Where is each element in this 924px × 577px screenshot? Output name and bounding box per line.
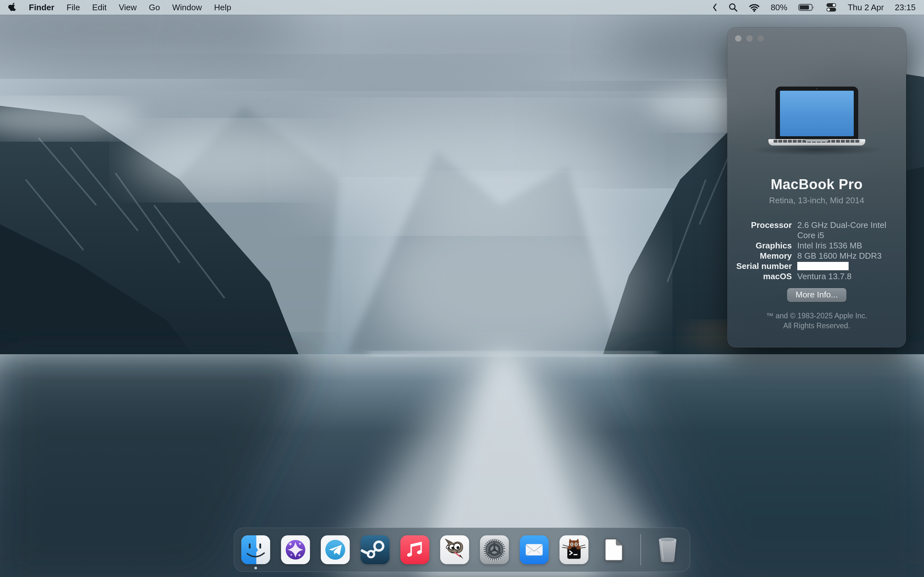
menu-view[interactable]: View xyxy=(119,3,137,13)
sparkle-ai-icon xyxy=(280,535,310,565)
macbook-notch xyxy=(805,139,829,142)
spec-value-serial xyxy=(797,261,897,271)
active-app-name[interactable]: Finder xyxy=(29,3,54,13)
menu-edit[interactable]: Edit xyxy=(92,3,107,13)
gimp-icon xyxy=(439,535,470,565)
dock-kitty-terminal[interactable] xyxy=(559,535,589,565)
wifi-icon[interactable] xyxy=(749,3,760,12)
macbook-shadow xyxy=(748,143,886,156)
dock xyxy=(234,528,690,572)
mail-icon xyxy=(519,535,549,565)
macbook-illustration xyxy=(768,87,865,145)
spec-value-macos: Ventura 13.7.8 xyxy=(797,271,897,282)
model-title: MacBook Pro xyxy=(727,176,906,192)
apple-music-icon xyxy=(400,535,430,565)
dock-mail[interactable] xyxy=(519,535,549,565)
menu-date[interactable]: Thu 2 Apr xyxy=(848,3,884,13)
dock-trash[interactable] xyxy=(653,534,683,565)
menu-file[interactable]: File xyxy=(66,3,80,13)
finder-icon xyxy=(241,535,271,565)
spec-value-memory: 8 GB 1600 MHz DDR3 xyxy=(797,251,897,261)
menu-window[interactable]: Window xyxy=(172,3,202,13)
close-button[interactable] xyxy=(735,35,741,42)
trash-icon xyxy=(653,534,683,564)
window-controls xyxy=(735,35,764,42)
dock-separator xyxy=(640,534,641,566)
spec-value-graphics: Intel Iris 1536 MB xyxy=(797,240,897,251)
kitty-terminal-icon xyxy=(559,535,589,565)
finder-running-indicator xyxy=(254,567,257,569)
macbook-lid xyxy=(775,87,858,139)
chevron-left-icon[interactable] xyxy=(712,3,717,12)
spec-label-memory: Memory xyxy=(736,251,792,261)
spec-label-graphics: Graphics xyxy=(736,240,792,251)
macbook-camera-dot xyxy=(816,88,817,89)
system-settings-icon xyxy=(479,535,509,565)
model-subtitle: Retina, 13-inch, Mid 2014 xyxy=(727,195,906,205)
menu-go[interactable]: Go xyxy=(149,3,160,13)
dock-gimp[interactable] xyxy=(439,535,470,565)
telegram-icon xyxy=(320,535,351,565)
about-this-mac-window: MacBook Pro Retina, 13-inch, Mid 2014 Pr… xyxy=(727,27,906,348)
dock-telegram[interactable] xyxy=(320,535,351,565)
spec-label-macos: macOS xyxy=(736,271,792,282)
menu-bar: Finder File Edit View Go Window Help 80% xyxy=(0,0,924,15)
dock-sparkle-ai[interactable] xyxy=(280,535,310,565)
menu-bar-left: Finder File Edit View Go Window Help xyxy=(8,3,231,13)
dock-steam[interactable] xyxy=(360,535,390,565)
minimize-button[interactable] xyxy=(746,35,753,42)
libreoffice-icon xyxy=(599,535,629,565)
zoom-button[interactable] xyxy=(758,35,764,42)
spec-label-serial: Serial number xyxy=(736,261,792,271)
dock-libreoffice[interactable] xyxy=(599,535,629,565)
dock-finder[interactable] xyxy=(241,535,271,565)
macbook-screen xyxy=(780,91,854,136)
spec-value-processor: 2.6 GHz Dual-Core Intel Core i5 xyxy=(797,220,897,240)
copyright-text: ™ and © 1983-2025 Apple Inc. All Rights … xyxy=(727,311,906,331)
menu-help[interactable]: Help xyxy=(214,3,231,13)
dock-music[interactable] xyxy=(400,535,430,565)
control-center-icon[interactable] xyxy=(826,3,837,12)
more-info-button[interactable]: More Info... xyxy=(787,288,846,302)
search-icon[interactable] xyxy=(728,3,738,12)
copyright-line-1: ™ and © 1983-2025 Apple Inc. xyxy=(727,311,906,321)
apple-menu[interactable] xyxy=(8,3,17,12)
steam-icon xyxy=(360,535,390,565)
menu-clock[interactable]: 23:15 xyxy=(895,3,916,13)
menu-bar-status: 80% Thu 2 Apr 23:15 xyxy=(712,3,916,13)
serial-number-redacted xyxy=(797,262,849,270)
battery-icon[interactable] xyxy=(798,3,815,11)
spec-list: Processor 2.6 GHz Dual-Core Intel Core i… xyxy=(736,220,897,282)
battery-percent[interactable]: 80% xyxy=(771,3,787,13)
apple-logo-icon xyxy=(8,3,17,12)
dock-system-settings[interactable] xyxy=(479,535,509,565)
spec-label-processor: Processor xyxy=(736,220,792,240)
copyright-line-2: All Rights Reserved. xyxy=(727,321,906,331)
